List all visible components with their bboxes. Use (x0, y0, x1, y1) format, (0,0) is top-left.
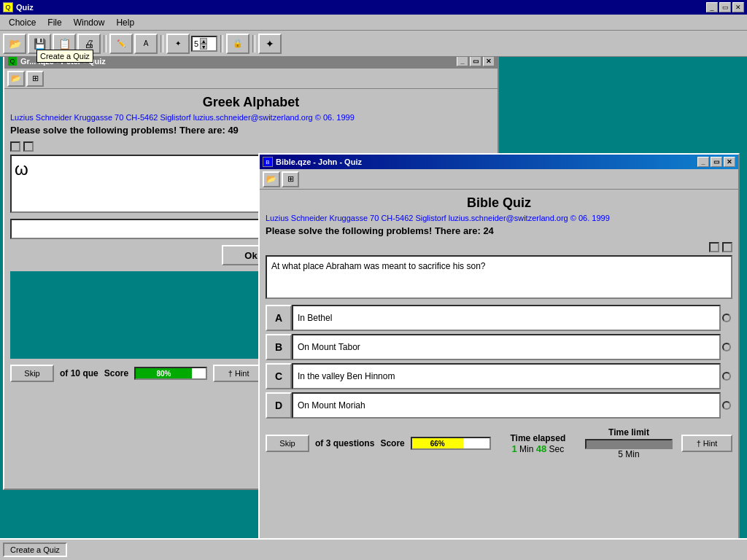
radio-circle-c (722, 372, 731, 381)
greek-heading: Greek Alphabet (10, 95, 492, 110)
greek-icon: Q (7, 56, 18, 66)
bible-title: Bible.qze - John - Quiz (276, 158, 697, 166)
app-icon: Q (3, 2, 13, 12)
answer-text-c: In the valley Ben Hinnom (292, 363, 721, 389)
bible-close[interactable]: ✕ (724, 157, 735, 167)
answer-text-b: On Mount Tabor (292, 334, 721, 360)
bible-tool-grid[interactable]: ⊞ (282, 171, 299, 187)
answer-btn-b[interactable]: B (266, 334, 292, 360)
toolbar-sep-1 (104, 35, 107, 52)
bible-controls: _ ▭ ✕ (697, 157, 735, 167)
greek-tool-open[interactable]: 📂 (7, 71, 25, 87)
bible-score-bar-container: 66% (411, 437, 491, 450)
greek-minimize[interactable]: _ (457, 56, 468, 66)
app-controls: _ ▭ ✕ (706, 2, 744, 12)
bible-resize-btn2[interactable] (722, 242, 732, 252)
main-menu: Choice File Window Help (0, 15, 747, 31)
toolbar-btn-5[interactable]: ✏️ (109, 34, 133, 54)
answer-radio-b[interactable] (721, 334, 732, 360)
radio-circle-a (722, 314, 731, 322)
answer-row-a: A In Bethel (266, 305, 732, 331)
taskbar-item[interactable]: Create a Quiz (3, 542, 67, 557)
greek-controls: _ ▭ ✕ (457, 56, 495, 66)
bible-hint-btn[interactable]: † Hint (681, 435, 732, 452)
radio-circle-b (722, 343, 731, 351)
bible-question: At what place Abraham was meant to sacri… (266, 255, 732, 299)
greek-tool-grid[interactable]: ⊞ (26, 71, 44, 87)
toolbar-btn-7[interactable]: ✦ (166, 34, 190, 54)
greek-resize-btn2[interactable] (23, 141, 34, 152)
greek-score-bar: 80% (136, 368, 192, 378)
answer-row-b: B On Mount Tabor (266, 334, 732, 360)
greek-resize-btn1[interactable] (10, 141, 20, 152)
answer-radio-a[interactable] (721, 305, 732, 331)
bible-subtitle: Please solve the following problems! The… (266, 225, 732, 236)
bible-timelimit-section: Time limit 5 Min (585, 427, 673, 459)
bible-score-of: of 3 questions (315, 438, 374, 448)
answer-radio-c[interactable] (721, 363, 732, 389)
answer-text-d: On Mount Moriah (292, 392, 721, 419)
bible-timelimit-label: Time limit (585, 427, 673, 438)
bible-author: Luzius Schneider Kruggasse 70 CH-5462 Si… (266, 214, 732, 222)
greek-hint-btn[interactable]: † Hint (213, 365, 264, 382)
greek-toolbar: 📂 ⊞ (4, 69, 498, 89)
greek-restore[interactable]: ▭ (470, 56, 481, 66)
greek-score-bar-container: 80% (134, 367, 207, 380)
toolbar-btn-lock[interactable]: 🔒 (226, 34, 249, 54)
toolbar-num-input[interactable]: 5 ▲ ▼ (191, 36, 217, 52)
bible-titlebar: B Bible.qze - John - Quiz _ ▭ ✕ (260, 155, 738, 169)
tooltip: Create a Quiz (36, 50, 93, 63)
menu-window[interactable]: Window (68, 16, 111, 29)
answer-btn-c[interactable]: C (266, 363, 292, 389)
bible-timelimit-bar (585, 439, 673, 449)
toolbar-sep-3 (220, 35, 223, 52)
bible-toolbar: 📂 ⊞ (260, 169, 738, 190)
bible-window: B Bible.qze - John - Quiz _ ▭ ✕ 📂 ⊞ Bibl… (258, 153, 740, 560)
answer-btn-d[interactable]: D (266, 392, 292, 419)
answer-row-d: D On Mount Moriah (266, 392, 732, 419)
bible-resize-btn1[interactable] (709, 242, 719, 252)
bible-score-bar: 66% (412, 438, 463, 448)
bible-icon: B (263, 157, 273, 167)
toolbar-btn-star[interactable]: ✦ (258, 34, 282, 54)
app-minimize-btn[interactable]: _ (706, 2, 718, 12)
menu-choice[interactable]: Choice (3, 16, 42, 29)
bible-time-section: Time elapsed 1 Min 48 Sec (510, 433, 565, 454)
app-title: Quiz (16, 3, 706, 12)
toolbar-sep-4 (252, 35, 255, 52)
bible-bottom: Skip of 3 questions Score 66% Time elaps… (266, 424, 732, 462)
bible-score-prefix: Score (380, 438, 404, 448)
greek-skip-btn[interactable]: Skip (10, 365, 54, 382)
greek-score-prefix: Score (104, 368, 128, 378)
bible-timelimit-val: 5 Min (585, 449, 673, 459)
answer-radio-d[interactable] (721, 392, 732, 419)
answer-text-a: In Bethel (292, 305, 721, 331)
bible-heading: Bible Quiz (266, 195, 732, 211)
bible-skip-btn[interactable]: Skip (266, 435, 309, 452)
menu-help[interactable]: Help (110, 16, 140, 29)
toolbar-btn-1[interactable]: 📂 (3, 34, 26, 54)
bible-time-values: 1 Min 48 Sec (510, 443, 565, 454)
taskbar: Create a Quiz (0, 538, 747, 560)
toolbar-sep-2 (160, 35, 163, 52)
app-titlebar: Q Quiz _ ▭ ✕ (0, 0, 747, 15)
menu-file[interactable]: File (42, 16, 67, 29)
bible-restore[interactable]: ▭ (711, 157, 722, 167)
bible-time-label: Time elapsed (510, 433, 565, 443)
greek-close[interactable]: ✕ (483, 56, 495, 66)
radio-circle-d (722, 401, 731, 410)
bible-content: Bible Quiz Luzius Schneider Kruggasse 70… (260, 190, 738, 468)
bible-minimize[interactable]: _ (697, 157, 709, 167)
greek-author: Luzius Schneider Kruggasse 70 CH-5462 Si… (10, 113, 492, 122)
bible-tool-open[interactable]: 📂 (263, 171, 280, 187)
greek-score-label: of 10 que (60, 368, 98, 378)
toolbar-btn-6[interactable]: A (134, 34, 158, 54)
greek-subtitle: Please solve the following problems! The… (10, 125, 492, 136)
app-restore-btn[interactable]: ▭ (719, 2, 731, 12)
toolbar: 📂 💾 📋 🖨 ✏️ A ✦ 5 ▲ ▼ 🔒 ✦ (0, 31, 747, 57)
answer-btn-a[interactable]: A (266, 305, 292, 331)
answer-row-c: C In the valley Ben Hinnom (266, 363, 732, 389)
app-close-btn[interactable]: ✕ (732, 2, 744, 12)
